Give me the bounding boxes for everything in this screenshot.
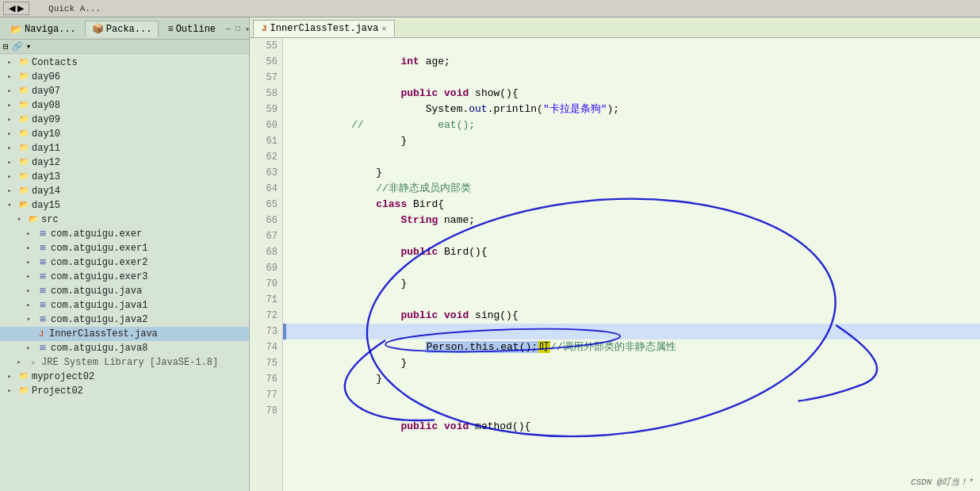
tree-item-day07[interactable]: ▸ 📁 day07 — [0, 84, 249, 98]
expand-icon-pkg-java8: ▸ — [22, 342, 35, 355]
package-icon-java8: ⊞ — [36, 342, 49, 355]
tree-item-day14[interactable]: ▸ 📁 day14 — [0, 184, 249, 198]
line-num-62: 62 — [250, 149, 282, 165]
label-project02: Project02 — [32, 386, 83, 397]
navigator-label: Naviga... — [25, 24, 76, 35]
line-num-66: 66 — [250, 213, 282, 228]
expand-icon-myproject02: ▸ — [3, 370, 16, 383]
tree-item-pkg-java[interactable]: ▸ ⊞ com.atguigu.java — [0, 284, 249, 298]
tree-item-day12[interactable]: ▸ 📁 day12 — [0, 155, 249, 170]
tree-item-day06[interactable]: ▸ 📁 day06 — [0, 70, 249, 84]
link-btn[interactable]: 🔗 — [12, 41, 23, 52]
expand-icon-day06: ▸ — [3, 71, 16, 83]
line-num-71: 71 — [250, 292, 282, 308]
code-line-58: System.out.println("卡拉是条狗"); — [283, 86, 980, 102]
tree-item-pkg-java8[interactable]: ▸ ⊞ com.atguigu.java8 — [0, 341, 249, 355]
tree-item-day13[interactable]: ▸ 📁 day13 — [0, 170, 249, 184]
navigator-icon: 📂 — [10, 24, 22, 36]
folder-icon-day08: 📁 — [17, 99, 30, 112]
tree-item-pkg-exer3[interactable]: ▸ ⊞ com.atguigu.exer3 — [0, 270, 249, 284]
java-tab-icon: J — [262, 24, 267, 33]
tree-item-src[interactable]: ▾ 📂 src — [0, 213, 249, 227]
line-num-70: 70 — [250, 276, 282, 292]
minimize-btn[interactable]: — — [224, 25, 232, 34]
tree-item-pkg-exer1[interactable]: ▸ ⊞ com.atguigu.exer1 — [0, 241, 249, 255]
package-icon-exer2: ⊞ — [36, 256, 49, 269]
tree-item-myproject02[interactable]: ▸ 📁 myproject02 — [0, 370, 249, 384]
expand-icon-day08: ▸ — [3, 99, 16, 112]
tree-item-day08[interactable]: ▸ 📁 day08 — [0, 98, 249, 113]
panel-menu-btn[interactable]: ▾ — [26, 41, 32, 52]
editor-tab-bar: J InnerClassTest.java ✕ — [250, 17, 980, 38]
code-area[interactable]: 55 56 57 58 59 60 61 62 63 64 65 66 67 6… — [250, 38, 980, 491]
expand-icon-pkg-java1: ▸ — [22, 299, 35, 312]
code-line-78: public void method(){ — [283, 403, 980, 419]
tab-close-btn[interactable]: ✕ — [381, 24, 386, 33]
label-day15: day15 — [32, 200, 60, 211]
tree-item-day09[interactable]: ▸ 📁 day09 — [0, 113, 249, 127]
folder-icon-project02: 📁 — [17, 385, 30, 397]
code-line-62: } — [283, 149, 980, 165]
line-num-65: 65 — [250, 197, 282, 213]
label-day14: day14 — [32, 186, 60, 197]
tree-item-day11[interactable]: ▸ 📁 day11 — [0, 141, 249, 155]
package-icon-java2: ⊞ — [36, 313, 49, 326]
code-line-61 — [283, 133, 980, 149]
label-src: src — [41, 214, 59, 225]
label-jre: JRE System Library [JavaSE-1.8] — [41, 357, 218, 368]
line-num-75: 75 — [250, 355, 282, 371]
expand-icon-day15: ▾ — [3, 199, 16, 212]
file-tree: ▸ 📁 Contacts ▸ 📁 day06 ▸ 📁 day07 ▸ — [0, 54, 249, 491]
expand-icon-pkg-exer2: ▸ — [22, 256, 35, 269]
left-tabs: 📂 Naviga... 📦 Packa... ≡ Outline — □ ▾ — [0, 17, 249, 40]
label-pkg-exer3: com.atguigu.exer3 — [51, 271, 147, 282]
line-num-69: 69 — [250, 260, 282, 276]
code-line-55: int age; — [283, 38, 980, 54]
main-toolbar: ◀ ▶ Quick A... — [0, 0, 980, 17]
code-line-74: } — [283, 339, 980, 355]
tree-item-pkg-java2[interactable]: ▾ ⊞ com.atguigu.java2 — [0, 313, 249, 327]
line-num-68: 68 — [250, 244, 282, 260]
expand-icon-pkg-exer1: ▸ — [22, 242, 35, 255]
label-day12: day12 — [32, 157, 60, 168]
toolbar-btn-1[interactable]: ◀ ▶ — [3, 2, 29, 15]
chevron-btn[interactable]: ▾ — [243, 25, 250, 34]
code-lines[interactable]: int age; public void show(){ System.out.… — [283, 38, 980, 491]
label-day09: day09 — [32, 114, 60, 125]
tree-item-pkg-exer[interactable]: ▸ ⊞ com.atguigu.exer — [0, 227, 249, 241]
collapse-all-btn[interactable]: ⊟ — [3, 41, 9, 52]
maximize-btn[interactable]: □ — [234, 25, 242, 34]
label-pkg-java2: com.atguigu.java2 — [51, 314, 147, 325]
outline-label: Outline — [176, 24, 216, 35]
jre-icon: ☕ — [27, 356, 40, 369]
code-line-64: class Bird{ — [283, 181, 980, 197]
tree-item-day15[interactable]: ▾ 📂 day15 — [0, 198, 249, 213]
code-line-65: String name; — [283, 197, 980, 213]
package-icon: 📦 — [92, 23, 104, 35]
editor-tab-innerclasstest[interactable]: J InnerClassTest.java ✕ — [253, 20, 395, 37]
package-label: Packa... — [106, 24, 152, 35]
quick-access-label: Quick A... — [48, 4, 101, 13]
tab-outline[interactable]: ≡ Outline — [160, 21, 223, 36]
package-icon-exer1: ⊞ — [36, 242, 49, 255]
expand-icon-day10: ▸ — [3, 128, 16, 140]
line-num-57: 57 — [250, 70, 282, 86]
tree-item-contacts[interactable]: ▸ 📁 Contacts — [0, 56, 249, 70]
editor-tab-label: InnerClassTest.java — [270, 23, 379, 34]
label-myproject02: myproject02 — [32, 371, 94, 382]
folder-icon-myproject02: 📁 — [17, 370, 30, 383]
tree-item-jre[interactable]: ▸ ☕ JRE System Library [JavaSE-1.8] — [0, 355, 249, 370]
expand-icon-pkg-exer: ▸ — [22, 228, 35, 240]
tree-item-pkg-java1[interactable]: ▸ ⊞ com.atguigu.java1 — [0, 298, 249, 313]
tree-item-pkg-exer2[interactable]: ▸ ⊞ com.atguigu.exer2 — [0, 255, 249, 270]
tab-package-explorer[interactable]: 📦 Packa... — [85, 21, 159, 37]
tree-item-project02[interactable]: ▸ 📁 Project02 — [0, 384, 249, 398]
folder-icon-day09: 📁 — [17, 113, 30, 126]
code-line-73: Person.this.eat();叮//调用外部类的非静态属性 — [283, 324, 980, 339]
folder-icon-day13: 📁 — [17, 171, 30, 183]
folder-icon-day07: 📁 — [17, 85, 30, 98]
tree-item-innerclasstest[interactable]: J InnerClassTest.java — [0, 327, 249, 341]
tree-item-day10[interactable]: ▸ 📁 day10 — [0, 127, 249, 141]
tab-navigator[interactable]: 📂 Naviga... — [3, 21, 83, 37]
label-pkg-exer: com.atguigu.exer — [51, 228, 142, 240]
